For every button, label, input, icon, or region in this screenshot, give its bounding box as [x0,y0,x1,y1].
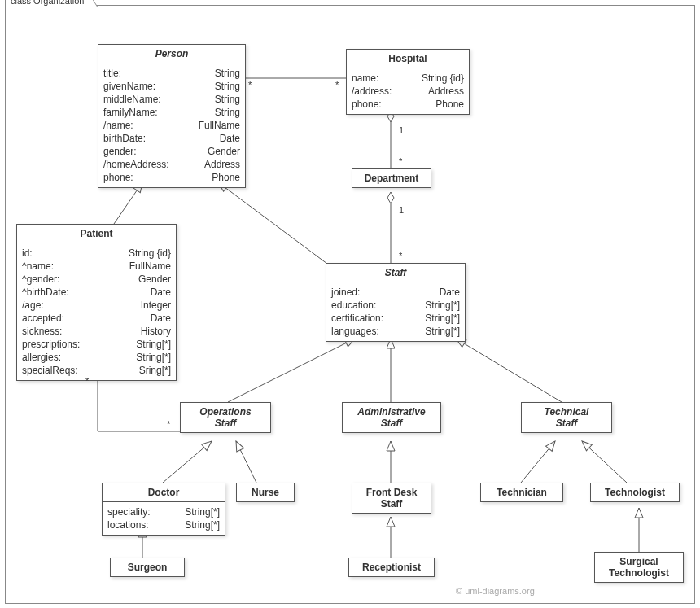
attr-row: locations:String[*] [107,518,220,531]
attr-type: String {id} [129,247,171,260]
class-title: Doctor [103,483,225,502]
attr-name: speciality: [107,505,151,518]
attr-name: /homeAddress: [103,158,169,171]
class-title: Hospital [347,50,469,68]
attr-type: Sring[*] [139,364,171,377]
attr-type: String [215,67,240,80]
attr-type: String[*] [136,351,171,364]
attr-type: Address [204,158,240,171]
class-staff: Staff joined:Dateeducation:String[*]cert… [326,263,466,342]
attr-type: Phone [435,98,464,111]
class-title: Staff [326,264,465,282]
attr-row: gender:Gender [103,145,240,158]
attr-type: String[*] [425,312,460,325]
attr-row: ^birthDate:Date [22,286,171,299]
attr-type: Date [151,286,171,299]
attr-row: phone:Phone [103,171,240,184]
attr-type: String[*] [136,338,171,351]
attr-type: Integer [141,299,171,312]
class-title: Department [352,169,431,187]
attr-row: /age:Integer [22,299,171,312]
attr-type: Gender [138,273,171,286]
class-technician: Technician [480,483,563,502]
attr-type: String [215,93,240,106]
attr-row: certification:String[*] [331,312,460,325]
attrs: name:String {id}/address:Addressphone:Ph… [347,68,469,114]
class-department: Department [352,168,431,188]
attr-name: specialReqs: [22,364,78,377]
attr-type: Date [220,132,240,145]
frame-label: class Organization [5,0,90,7]
attr-row: /address:Address [352,85,464,98]
attrs: joined:Dateeducation:String[*]certificat… [326,282,465,341]
attr-name: givenName: [103,80,155,93]
attr-type: String [215,106,240,119]
attr-row: title:String [103,67,240,80]
attr-name: languages: [331,325,379,338]
class-technical-staff: Technical Staff [521,402,612,433]
attr-name: familyName: [103,106,158,119]
attr-row: middleName:String [103,93,240,106]
attr-row: allergies:String[*] [22,351,171,364]
attr-type: String[*] [185,505,220,518]
class-surgical-technologist: Surgical Technologist [594,552,684,583]
class-operations-staff: Operations Staff [180,402,271,433]
attr-name: phone: [103,171,133,184]
class-title: Nurse [237,483,294,501]
class-title: Technologist [591,483,679,501]
attr-name: locations: [107,518,149,531]
class-front-desk-staff: Front Desk Staff [352,483,431,514]
attr-name: ^birthDate: [22,286,69,299]
attr-row: languages:String[*] [331,325,460,338]
attr-row: id:String {id} [22,247,171,260]
class-person: Person title:StringgivenName:Stringmiddl… [98,44,246,188]
attr-type: Address [428,85,464,98]
attr-row: familyName:String [103,106,240,119]
attr-row: /name:FullName [103,119,240,132]
attr-row: /homeAddress:Address [103,158,240,171]
attr-row: accepted:Date [22,312,171,325]
class-title: Operations Staff [181,403,270,432]
attr-name: prescriptions: [22,338,80,351]
attr-row: specialReqs:Sring[*] [22,364,171,377]
class-receptionist: Receptionist [348,558,435,577]
attr-row: education:String[*] [331,299,460,312]
attr-row: phone:Phone [352,98,464,111]
attr-name: ^gender: [22,273,59,286]
class-title: Patient [17,225,176,243]
attr-type: Date [440,286,460,299]
attr-row: joined:Date [331,286,460,299]
class-title: Surgeon [111,558,184,576]
attr-type: String[*] [185,518,220,531]
attr-type: Gender [208,145,240,158]
attr-type: String {id} [422,72,464,85]
attr-row: speciality:String[*] [107,505,220,518]
attr-row: sickness:History [22,325,171,338]
attr-name: ^name: [22,260,54,273]
attr-type: String [215,80,240,93]
attr-row: ^name:FullName [22,260,171,273]
attrs: title:StringgivenName:StringmiddleName:S… [98,63,245,187]
class-patient: Patient id:String {id}^name:FullName^gen… [16,224,177,381]
attr-name: title: [103,67,121,80]
attr-name: id: [22,247,33,260]
class-title: Technician [481,483,562,501]
class-surgeon: Surgeon [110,558,185,577]
attr-row: name:String {id} [352,72,464,85]
class-title: Administrative Staff [343,403,440,432]
class-nurse: Nurse [236,483,295,502]
class-technologist: Technologist [590,483,680,502]
attr-row: birthDate:Date [103,132,240,145]
mult-person-left: * [248,80,252,90]
mult-dept-staff-star: * [399,251,402,260]
attr-type: String[*] [425,325,460,338]
attr-type: FullName [199,119,240,132]
class-title: Front Desk Staff [352,483,431,513]
attr-type: String[*] [425,299,460,312]
attr-type: History [141,325,171,338]
attr-name: birthDate: [103,132,146,145]
attr-name: /address: [352,85,392,98]
attrs: id:String {id}^name:FullName^gender:Gend… [17,243,176,380]
mult-hosp-dept-star: * [399,156,402,166]
attr-name: name: [352,72,378,85]
